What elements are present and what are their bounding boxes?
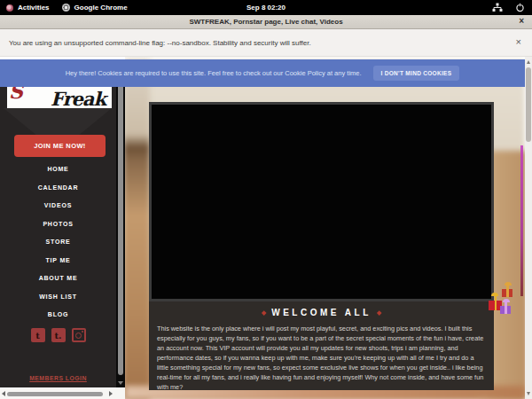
window-title-bar[interactable]: SWTFREAK, Pornstar page, Live chat, Vide… xyxy=(0,15,532,29)
window-close-button[interactable]: × xyxy=(519,16,524,26)
sidebar-item-wish-list[interactable]: WISH LIST xyxy=(0,288,116,307)
join-me-now-button[interactable]: JOIN ME NOW! xyxy=(14,135,106,157)
sidebar-scroll-down-arrow-icon[interactable] xyxy=(118,381,123,385)
gifts-widget[interactable] xyxy=(487,284,520,325)
screen: Activities Google Chrome Sep 8 02:20 xyxy=(0,0,532,399)
instagram-lens xyxy=(75,332,82,339)
sidebar-item-calendar[interactable]: CALENDAR xyxy=(0,179,116,198)
chrome-infobar: You are using an unsupported command-lin… xyxy=(0,29,532,57)
page-vertical-scrollbar-thumb[interactable] xyxy=(526,67,531,142)
sidebar-item-home[interactable]: HOME xyxy=(0,160,116,179)
cookie-banner-message: Hey there! Cookies are required to use t… xyxy=(66,69,362,77)
network-icon[interactable] xyxy=(492,3,503,12)
sidebar-item-tip-me[interactable]: TIP ME xyxy=(0,252,116,270)
sidebar-item-blog[interactable]: BLOG xyxy=(0,306,116,325)
welcome-title-text: WELCOME ALL xyxy=(271,308,372,317)
instagram-icon[interactable] xyxy=(72,328,86,342)
sidebar-scroll-left-arrow-icon[interactable] xyxy=(2,391,5,396)
background-photo-left-column xyxy=(125,59,150,399)
welcome-title: WELCOME ALL xyxy=(149,308,494,317)
main-content: WELCOME ALL This website is the only pla… xyxy=(125,57,525,399)
page-vertical-scrollbar[interactable] xyxy=(525,57,532,399)
sidebar-nav: HOME CALENDAR VIDEOS PHOTOS STORE TIP ME… xyxy=(0,160,116,325)
welcome-panel: WELCOME ALL This website is the only pla… xyxy=(149,301,494,390)
cookie-banner: Hey there! Cookies are required to use t… xyxy=(0,59,525,87)
power-icon[interactable] xyxy=(515,3,525,12)
cookie-accept-button[interactable]: I DON'T MIND COOKIES xyxy=(373,66,460,81)
gift-icon xyxy=(502,286,512,297)
diamond-bullet-icon xyxy=(262,310,266,315)
logo-text: Freak xyxy=(51,88,106,108)
infobar-close-button[interactable]: × xyxy=(516,36,521,47)
sidebar: S Freak JOIN ME NOW! HOME CALENDAR VIDEO… xyxy=(0,59,116,387)
sidebar-vertical-scrollbar[interactable] xyxy=(116,59,125,387)
sidebar-scroll-right-arrow-icon[interactable] xyxy=(109,391,113,396)
sidebar-vertical-scrollbar-thumb[interactable] xyxy=(118,79,123,375)
gift-icon xyxy=(500,302,511,314)
side-widget-edge[interactable] xyxy=(520,145,523,296)
page-scroll-up-arrow-icon[interactable] xyxy=(527,60,530,64)
tumblr-icon[interactable]: t. xyxy=(51,328,66,342)
video-player[interactable] xyxy=(149,102,494,301)
welcome-body-text: This website is the only place where i w… xyxy=(157,325,486,393)
twitter-icon[interactable]: t xyxy=(31,328,45,342)
infobar-message: You are using an unsupported command-lin… xyxy=(9,39,311,47)
sidebar-horizontal-scrollbar-thumb[interactable] xyxy=(7,392,103,396)
clock[interactable]: Sep 8 02:20 xyxy=(0,4,532,12)
social-links: t t. xyxy=(0,328,116,342)
sidebar-item-photos[interactable]: PHOTOS xyxy=(0,215,116,234)
sidebar-horizontal-scrollbar[interactable] xyxy=(0,388,125,399)
diamond-bullet-icon xyxy=(377,310,381,315)
web-page: S Freak JOIN ME NOW! HOME CALENDAR VIDEO… xyxy=(0,57,532,399)
sidebar-item-videos[interactable]: VIDEOS xyxy=(0,197,116,215)
sidebar-item-store[interactable]: STORE xyxy=(0,233,116,252)
page-scroll-down-arrow-icon[interactable] xyxy=(527,392,530,395)
instagram-flash-dot xyxy=(82,331,83,332)
sidebar-item-about-me[interactable]: ABOUT ME xyxy=(0,270,116,288)
window-title: SWTFREAK, Pornstar page, Live chat, Vide… xyxy=(189,18,342,26)
gnome-top-bar: Activities Google Chrome Sep 8 02:20 xyxy=(0,0,532,15)
members-login-link[interactable]: MEMBERS LOGIN xyxy=(0,375,116,381)
